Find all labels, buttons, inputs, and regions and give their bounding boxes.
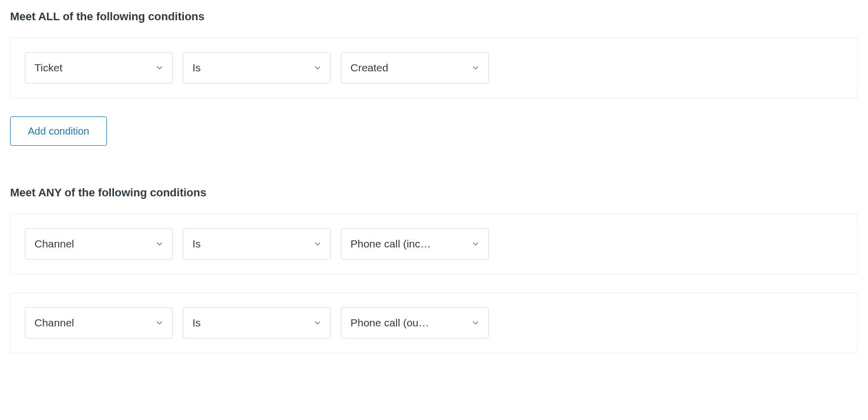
chevron-down-icon	[313, 318, 322, 327]
select-label: Ticket	[34, 62, 148, 74]
condition-value-select[interactable]: Created	[341, 52, 489, 83]
select-label: Is	[192, 317, 306, 329]
condition-row: Channel Is Phone call (ou…	[25, 307, 843, 339]
any-condition-box: Channel Is Phone call (inc…	[10, 214, 858, 274]
any-conditions-title: Meet ANY of the following conditions	[10, 186, 858, 199]
chevron-down-icon	[155, 63, 164, 72]
chevron-down-icon	[313, 63, 322, 72]
condition-row: Channel Is Phone call (inc…	[25, 228, 843, 260]
condition-field-select[interactable]: Channel	[25, 307, 173, 339]
all-conditions-title: Meet ALL of the following conditions	[10, 10, 858, 23]
all-condition-box: Ticket Is Created	[10, 37, 858, 98]
select-label: Created	[350, 62, 464, 74]
chevron-down-icon	[471, 63, 480, 72]
condition-operator-select[interactable]: Is	[183, 228, 331, 260]
select-label: Channel	[34, 238, 148, 250]
chevron-down-icon	[471, 239, 480, 248]
condition-value-select[interactable]: Phone call (inc…	[341, 228, 489, 260]
select-label: Phone call (ou…	[350, 317, 464, 329]
add-condition-button[interactable]: Add condition	[10, 116, 107, 146]
any-condition-box: Channel Is Phone call (ou…	[10, 292, 858, 353]
select-label: Is	[192, 238, 306, 250]
condition-row: Ticket Is Created	[25, 52, 843, 83]
condition-operator-select[interactable]: Is	[183, 307, 331, 339]
chevron-down-icon	[471, 318, 480, 327]
condition-value-select[interactable]: Phone call (ou…	[341, 307, 489, 339]
condition-field-select[interactable]: Ticket	[25, 52, 173, 83]
condition-operator-select[interactable]: Is	[183, 52, 331, 83]
chevron-down-icon	[313, 239, 322, 248]
select-label: Phone call (inc…	[350, 238, 464, 250]
chevron-down-icon	[155, 318, 164, 327]
select-label: Channel	[34, 317, 148, 329]
select-label: Is	[192, 62, 306, 74]
condition-field-select[interactable]: Channel	[25, 228, 173, 260]
chevron-down-icon	[155, 239, 164, 248]
